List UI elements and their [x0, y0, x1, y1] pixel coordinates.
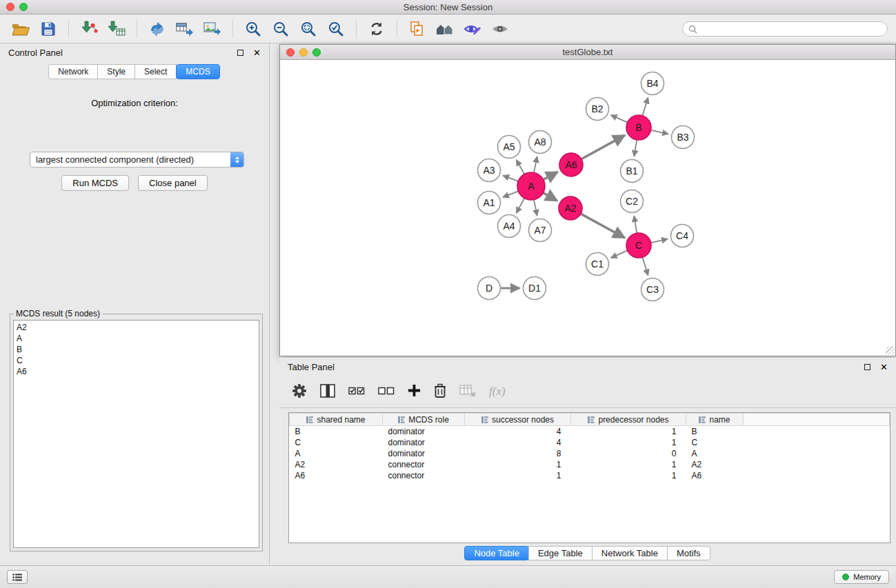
graph-node[interactable]: A2: [559, 196, 582, 220]
add-column-button[interactable]: [408, 384, 421, 399]
graph-node[interactable]: C3: [641, 278, 664, 301]
zoom-in-button[interactable]: [241, 18, 266, 40]
graph-edge[interactable]: [534, 200, 537, 216]
graph-edge[interactable]: [651, 239, 668, 243]
tab-mcds[interactable]: MCDS: [176, 64, 219, 79]
graph-edge[interactable]: [503, 176, 518, 181]
graph-node[interactable]: C2: [621, 190, 644, 213]
mcds-result-item[interactable]: A2: [14, 322, 259, 333]
annotation-mode-button[interactable]: [460, 18, 485, 40]
delete-table-button[interactable]: [459, 384, 476, 400]
tab-node-table[interactable]: Node Table: [464, 546, 529, 560]
close-panel-icon[interactable]: ✕: [253, 48, 261, 57]
zoom-network-button[interactable]: [312, 48, 321, 57]
graph-edge[interactable]: [611, 115, 628, 123]
select-all-button[interactable]: [348, 385, 365, 399]
function-builder-button[interactable]: f(x): [489, 385, 506, 398]
close-panel-button[interactable]: Close panel: [138, 175, 208, 191]
delete-column-button[interactable]: [434, 383, 446, 401]
close-network-button[interactable]: [286, 48, 295, 57]
graph-edge[interactable]: [642, 98, 648, 116]
tab-network-table[interactable]: Network Table: [592, 546, 668, 560]
graph-node[interactable]: A7: [529, 219, 552, 242]
column-header-shared-name[interactable]: shared name: [290, 414, 383, 426]
graph-edge[interactable]: [634, 140, 637, 156]
close-window-button[interactable]: [6, 3, 14, 11]
new-network-button[interactable]: [145, 18, 170, 40]
graph-node[interactable]: C1: [586, 253, 609, 276]
tab-edge-table[interactable]: Edge Table: [528, 546, 593, 560]
table-row[interactable]: Cdominator41C: [290, 437, 890, 448]
minimize-network-button[interactable]: [299, 48, 308, 57]
memory-button[interactable]: Memory: [834, 570, 889, 584]
graph-node[interactable]: A3: [478, 159, 501, 182]
graph-node[interactable]: D1: [524, 277, 546, 300]
table-row[interactable]: A6connector11A6: [290, 470, 890, 481]
refresh-button[interactable]: [364, 18, 389, 40]
mcds-result-item[interactable]: A: [14, 333, 259, 344]
float-table-panel-icon[interactable]: [864, 364, 870, 370]
open-session-button[interactable]: [8, 18, 33, 40]
graph-node[interactable]: A: [517, 172, 545, 200]
mcds-result-item[interactable]: A6: [14, 366, 259, 377]
mcds-result-list[interactable]: A2ABCA6: [13, 320, 259, 548]
optimization-criterion-select[interactable]: largest connected component (directed): [30, 152, 244, 168]
mcds-result-item[interactable]: C: [14, 355, 259, 366]
tab-motifs[interactable]: Motifs: [667, 546, 710, 560]
graph-edge[interactable]: [516, 199, 524, 214]
graph-edge[interactable]: [651, 130, 668, 134]
export-table-button[interactable]: [172, 18, 197, 40]
zoom-window-button[interactable]: [19, 3, 28, 11]
table-row[interactable]: A2connector11A2: [290, 459, 890, 470]
graph-node[interactable]: A4: [498, 215, 521, 238]
search-input[interactable]: [701, 24, 882, 34]
graph-node[interactable]: B: [626, 115, 651, 140]
import-table-button[interactable]: [104, 18, 129, 40]
tab-style[interactable]: Style: [97, 64, 135, 79]
run-mcds-button[interactable]: Run MCDS: [61, 175, 129, 191]
graph-node[interactable]: A5: [498, 136, 521, 159]
graph-edge[interactable]: [534, 156, 537, 172]
resize-grip[interactable]: [886, 346, 895, 355]
graph-edge[interactable]: [544, 172, 558, 179]
graph-node[interactable]: B4: [641, 72, 664, 95]
import-network-button[interactable]: [77, 18, 101, 40]
float-panel-icon[interactable]: [237, 50, 243, 56]
graph-edge[interactable]: [634, 216, 637, 233]
home-button[interactable]: [432, 18, 457, 40]
graph-edge[interactable]: [543, 193, 557, 201]
graph-edge[interactable]: [642, 257, 648, 275]
save-session-button[interactable]: [36, 18, 61, 40]
graph-edge[interactable]: [503, 191, 518, 197]
graph-node[interactable]: A1: [478, 192, 501, 214]
graph-edge[interactable]: [517, 160, 525, 174]
graph-node[interactable]: A8: [529, 131, 552, 154]
export-image-button[interactable]: [200, 18, 225, 40]
graph-node[interactable]: A6: [559, 153, 583, 176]
column-header-name[interactable]: name: [686, 414, 744, 426]
column-header-successor-nodes[interactable]: successor nodes: [465, 414, 571, 426]
close-table-panel-icon[interactable]: ✕: [880, 363, 888, 372]
show-hide-button[interactable]: [488, 18, 512, 40]
table-settings-button[interactable]: [292, 383, 307, 401]
table-row[interactable]: Bdominator41B: [290, 426, 890, 438]
show-column-button[interactable]: [320, 384, 335, 400]
node-table[interactable]: shared nameMCDS rolesuccessor nodesprede…: [288, 412, 890, 543]
graph-node[interactable]: B3: [672, 126, 695, 149]
tab-select[interactable]: Select: [135, 64, 177, 79]
graph-node[interactable]: D: [478, 277, 501, 300]
network-canvas[interactable]: B4B2BB3A5A8A6B1A3AC2A1A2A4A7C4CC1C3DD1: [280, 61, 895, 356]
zoom-out-button[interactable]: [268, 18, 293, 40]
zoom-selected-button[interactable]: [323, 18, 348, 40]
graph-node[interactable]: C: [626, 233, 651, 258]
graph-node[interactable]: B2: [586, 98, 609, 121]
graph-edge[interactable]: [581, 135, 625, 159]
deselect-all-button[interactable]: [378, 385, 395, 399]
tab-network[interactable]: Network: [48, 64, 98, 79]
mcds-result-item[interactable]: B: [14, 344, 259, 355]
column-header-MCDS-role[interactable]: MCDS role: [383, 414, 465, 426]
copy-style-button[interactable]: [405, 18, 430, 40]
column-header-predecessor-nodes[interactable]: predecessor nodes: [571, 414, 686, 426]
table-row[interactable]: Adominator80A: [290, 448, 890, 459]
zoom-fit-button[interactable]: [296, 18, 321, 40]
